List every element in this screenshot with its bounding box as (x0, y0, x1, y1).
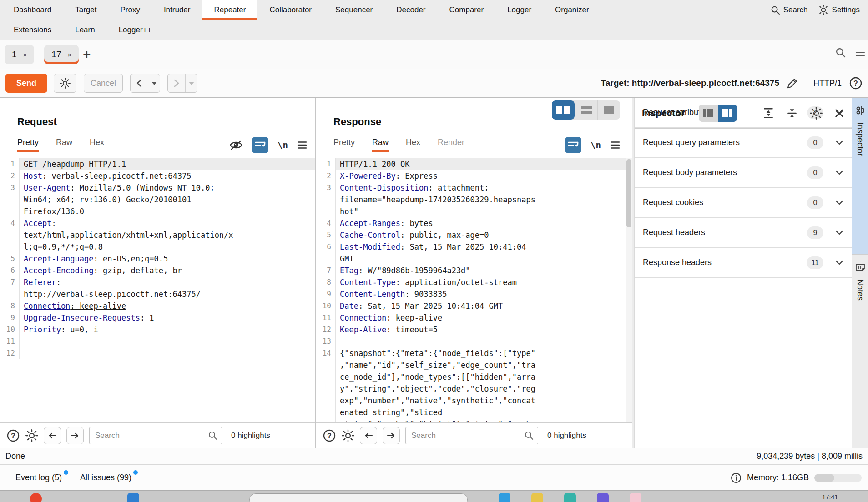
history-forward-icon[interactable] (168, 79, 185, 87)
request-editor[interactable]: 1GET /heapdump HTTP/1.12Host: verbal-sle… (0, 158, 315, 422)
code-line[interactable]: hot" (316, 206, 626, 217)
editor-tab-raw[interactable]: Raw (372, 138, 389, 152)
menu-item-repeater[interactable]: Repeater (202, 0, 257, 20)
soft-wrap-icon[interactable] (252, 137, 268, 153)
code-line[interactable]: 1HTTP/1.1 200 OK (316, 158, 626, 170)
code-line[interactable]: http://verbal-sleep.picoctf.net:64375/ (0, 288, 315, 300)
inspector-section-request-cookies[interactable]: Request cookies0 (635, 188, 852, 218)
history-back-split-button[interactable] (130, 74, 160, 93)
editor-tab-pretty[interactable]: Pretty (333, 138, 355, 152)
add-tab-button[interactable]: + (83, 45, 91, 64)
code-line[interactable]: l;q=0.9,*/*;q=0.8 (0, 241, 315, 253)
code-line[interactable]: 5Cache-Control: public, max-age=0 (316, 229, 626, 241)
code-line[interactable]: 8Connection: keep-alive (0, 300, 315, 312)
show-newlines-icon[interactable]: \n (590, 140, 601, 150)
code-line[interactable]: y","string","object","code","closure","r… (316, 383, 626, 395)
taskbar-app-icon[interactable] (564, 493, 576, 502)
history-forward-dropdown[interactable] (185, 74, 197, 92)
menu-item-comparer[interactable]: Comparer (438, 0, 496, 20)
response-search-input[interactable] (405, 427, 538, 444)
code-line[interactable]: Win64; x64; rv:136.0) Gecko/20100101 (0, 194, 315, 206)
code-line[interactable]: filename="heapdump-1742035260329.heapsna… (316, 194, 626, 206)
menu-item-intruder[interactable]: Intruder (152, 0, 202, 20)
response-editor[interactable]: 1HTTP/1.1 200 OK2X-Powered-By: Express3C… (316, 158, 626, 422)
code-line[interactable]: GMT (316, 253, 626, 265)
editor-tab-pretty[interactable]: Pretty (17, 138, 39, 152)
taskbar-search[interactable] (249, 493, 468, 502)
menu-item-extensions[interactable]: Extensions (2, 20, 63, 40)
editor-menu-icon[interactable] (297, 141, 307, 149)
send-button[interactable]: Send (5, 74, 47, 93)
taskbar-app-icon[interactable] (499, 493, 510, 502)
event-log-button[interactable]: Event log (5) (15, 473, 68, 482)
prev-match-button[interactable] (360, 427, 377, 444)
show-newlines-icon[interactable]: \n (278, 140, 288, 150)
help-icon[interactable]: ? (849, 76, 863, 90)
code-line[interactable]: 14{"snapshot":{"meta":{"node_fields":["t… (316, 347, 626, 359)
menu-item-logger[interactable]: Logger++ (107, 20, 164, 40)
cancel-button[interactable]: Cancel (84, 74, 123, 93)
menu-item-sequencer[interactable]: Sequencer (323, 0, 384, 20)
inspector-settings-gear-icon[interactable] (810, 107, 823, 120)
history-back-dropdown[interactable] (148, 74, 160, 92)
code-line[interactable]: 9Content-Length: 9033835 (316, 288, 626, 300)
chevron-down-icon[interactable] (835, 200, 843, 206)
editor-tab-hex[interactable]: Hex (90, 138, 104, 152)
chevron-down-icon[interactable] (835, 170, 843, 176)
expand-all-icon[interactable] (762, 107, 774, 119)
next-match-button[interactable] (383, 427, 400, 444)
settings-button[interactable]: Settings (814, 5, 863, 15)
code-line[interactable]: ce_node_id"],"node_types":[["hidden","ar… (316, 371, 626, 383)
history-back-icon[interactable] (131, 79, 148, 87)
menu-item-logger[interactable]: Logger (495, 0, 543, 20)
inspector-section-request-body-parameters[interactable]: Request body parameters0 (635, 158, 852, 188)
code-line[interactable]: 2Host: verbal-sleep.picoctf.net:64375 (0, 170, 315, 182)
inspector-dock-left-button[interactable] (699, 105, 718, 122)
code-line[interactable]: 4Accept: (0, 217, 315, 229)
search-settings-gear-icon[interactable] (342, 429, 354, 442)
prev-match-button[interactable] (44, 427, 61, 444)
code-line[interactable]: 2X-Powered-By: Express (316, 170, 626, 182)
close-icon[interactable] (834, 108, 844, 118)
menu-item-collaborator[interactable]: Collaborator (257, 0, 323, 20)
editor-tab-hex[interactable]: Hex (406, 138, 420, 152)
global-search-button[interactable]: Search (767, 5, 812, 15)
hide-nonprintable-icon[interactable] (229, 139, 243, 151)
edit-target-icon[interactable] (787, 77, 798, 89)
taskbar-app-icon[interactable] (630, 493, 641, 502)
code-line[interactable]: string","symbol","bigint"],"string","num… (316, 418, 626, 422)
code-line[interactable]: 6Last-Modified: Sat, 15 Mar 2025 10:41:0… (316, 241, 626, 253)
http-version-selector[interactable]: HTTP/1 (813, 79, 842, 88)
taskbar-app-icon[interactable] (30, 493, 42, 502)
help-icon[interactable]: ? (6, 429, 20, 442)
tab-search-icon[interactable] (835, 47, 846, 58)
repeater-tab-1[interactable]: 1× (5, 45, 34, 64)
chevron-down-icon[interactable] (835, 230, 843, 236)
code-line[interactable]: 7Referer: (0, 276, 315, 288)
rail-tab-notes[interactable]: Notes (852, 255, 868, 377)
code-line[interactable]: Firefox/136.0 (0, 206, 315, 217)
code-line[interactable]: 5Accept-Language: en-US,en;q=0.5 (0, 253, 315, 265)
code-line[interactable]: 10Priority: u=0, i (0, 324, 315, 336)
code-line[interactable]: exp","number","native","synthetic","conc… (316, 395, 626, 407)
code-line[interactable]: 11Connection: keep-alive (316, 312, 626, 324)
menu-item-target[interactable]: Target (63, 0, 108, 20)
code-line[interactable]: 9Upgrade-Insecure-Requests: 1 (0, 312, 315, 324)
code-line[interactable]: 12Keep-Alive: timeout=5 (316, 324, 626, 336)
code-line[interactable]: 10Date: Sat, 15 Mar 2025 10:41:04 GMT (316, 300, 626, 312)
menu-item-organizer[interactable]: Organizer (543, 0, 601, 20)
taskbar-app-icon[interactable] (127, 493, 139, 502)
search-settings-gear-icon[interactable] (25, 429, 38, 442)
editor-tab-raw[interactable]: Raw (56, 138, 72, 152)
editor-menu-icon[interactable] (610, 141, 620, 149)
layout-rows-button[interactable] (575, 100, 597, 120)
collapse-all-icon[interactable] (786, 107, 798, 119)
chevron-down-icon[interactable] (835, 140, 843, 146)
code-line[interactable]: 12 (0, 347, 315, 359)
close-tab-icon[interactable]: × (23, 51, 27, 59)
tab-menu-icon[interactable] (855, 49, 865, 57)
code-line[interactable]: 3Content-Disposition: attachment; (316, 182, 626, 194)
close-tab-icon[interactable]: × (67, 51, 71, 59)
layout-columns-button[interactable] (552, 100, 575, 120)
inspector-dock-right-button[interactable] (718, 105, 737, 122)
